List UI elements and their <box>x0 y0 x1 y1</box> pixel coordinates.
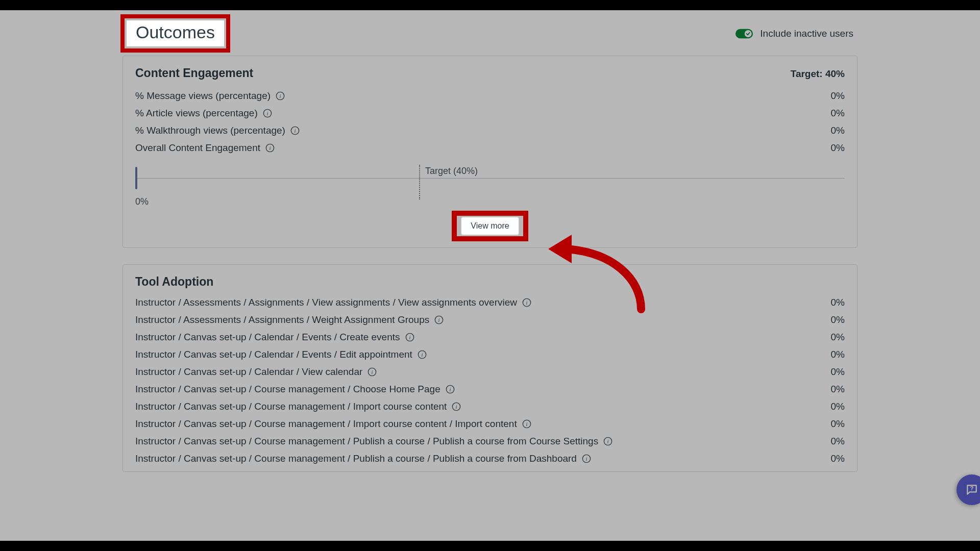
svg-text:i: i <box>270 145 271 151</box>
include-inactive-label: Include inactive users <box>760 28 853 39</box>
progress-zero-label: 0% <box>135 196 149 207</box>
tool-adoption-title: Tool Adoption <box>135 275 213 289</box>
info-icon[interactable]: i <box>452 402 461 411</box>
metric-value: 0% <box>831 453 845 464</box>
toggle-on-icon <box>736 29 753 39</box>
metric-row: Instructor / Assessments / Assignments /… <box>135 311 845 329</box>
svg-text:i: i <box>372 369 373 375</box>
metric-row: Overall Content Engagementi0% <box>135 139 845 157</box>
page-title: Outcomes <box>127 20 224 46</box>
svg-text:i: i <box>449 386 451 392</box>
svg-text:i: i <box>280 93 281 99</box>
svg-text:i: i <box>526 421 527 427</box>
content-engagement-target: Target: 40% <box>791 68 845 80</box>
metric-value: 0% <box>831 297 845 308</box>
metric-row: % Walkthrough views (percentage)i0% <box>135 122 845 139</box>
metric-label: Instructor / Canvas set-up / Course mana… <box>135 453 591 464</box>
page-title-highlight: Outcomes <box>127 20 224 46</box>
metric-value: 0% <box>831 314 845 325</box>
view-more-button[interactable]: View more <box>461 217 519 235</box>
metric-value: 0% <box>831 418 845 430</box>
metric-label: Instructor / Canvas set-up / Course mana… <box>135 384 455 395</box>
metric-label: % Walkthrough views (percentage)i <box>135 125 300 136</box>
metric-row: Instructor / Canvas set-up / Course mana… <box>135 415 845 433</box>
svg-text:i: i <box>266 110 268 116</box>
info-icon[interactable]: i <box>265 143 275 153</box>
progress-target-label: Target (40%) <box>425 166 478 177</box>
svg-text:i: i <box>585 456 587 462</box>
metric-label: Instructor / Canvas set-up / Calendar / … <box>135 349 427 360</box>
svg-text:i: i <box>409 334 410 340</box>
svg-text:i: i <box>607 438 609 444</box>
metric-value: 0% <box>831 142 845 154</box>
metric-row: Instructor / Canvas set-up / Course mana… <box>135 433 845 450</box>
include-inactive-toggle[interactable]: Include inactive users <box>736 28 853 39</box>
metric-value: 0% <box>831 436 845 447</box>
metric-label: Instructor / Canvas set-up / Calendar / … <box>135 366 377 378</box>
metric-label: % Article views (percentage)i <box>135 108 272 119</box>
info-icon[interactable]: i <box>405 333 414 342</box>
metric-value: 0% <box>831 108 845 119</box>
metric-row: Instructor / Assessments / Assignments /… <box>135 294 845 311</box>
svg-text:i: i <box>438 317 440 323</box>
metric-row: % Article views (percentage)i0% <box>135 105 845 122</box>
tool-adoption-card: Tool Adoption Instructor / Assessments /… <box>122 264 857 472</box>
letterbox-top <box>0 0 980 10</box>
metric-value: 0% <box>831 384 845 395</box>
info-icon[interactable]: i <box>290 126 300 135</box>
svg-text:i: i <box>421 352 423 358</box>
metric-value: 0% <box>831 332 845 343</box>
metric-row: Instructor / Canvas set-up / Course mana… <box>135 450 845 467</box>
info-icon[interactable]: i <box>446 385 455 394</box>
svg-text:i: i <box>294 128 296 134</box>
page-content: Outcomes Include inactive users Content … <box>0 10 980 541</box>
info-icon[interactable]: i <box>522 298 531 307</box>
content-engagement-progress: Target (40%) 0% <box>135 164 845 192</box>
svg-text:?: ? <box>970 485 974 491</box>
page-header: Outcomes Include inactive users <box>122 20 857 46</box>
metric-value: 0% <box>831 366 845 378</box>
info-icon[interactable]: i <box>603 437 612 446</box>
info-icon[interactable]: i <box>582 454 591 463</box>
metric-label: Instructor / Canvas set-up / Course mana… <box>135 401 461 412</box>
metric-label: Instructor / Assessments / Assignments /… <box>135 297 531 308</box>
chat-help-icon: ? <box>965 483 978 496</box>
svg-text:i: i <box>526 299 528 306</box>
progress-current-marker <box>135 167 137 189</box>
metric-row: % Message views (percentage)i0% <box>135 87 845 105</box>
metric-row: Instructor / Canvas set-up / Course mana… <box>135 398 845 415</box>
info-icon[interactable]: i <box>522 419 531 429</box>
metric-label: Overall Content Engagementi <box>135 142 275 154</box>
metric-value: 0% <box>831 90 845 102</box>
metric-label: Instructor / Canvas set-up / Calendar / … <box>135 332 414 343</box>
metric-label: Instructor / Canvas set-up / Course mana… <box>135 436 612 447</box>
progress-target-line <box>419 165 420 199</box>
info-icon[interactable]: i <box>263 109 272 118</box>
content-engagement-title: Content Engagement <box>135 66 253 80</box>
metric-label: Instructor / Canvas set-up / Course mana… <box>135 418 531 430</box>
info-icon[interactable]: i <box>368 367 377 377</box>
view-more-highlight: View more <box>461 217 519 235</box>
content-engagement-card: Content Engagement Target: 40% % Message… <box>122 56 857 248</box>
metric-value: 0% <box>831 125 845 136</box>
svg-text:i: i <box>456 404 457 410</box>
progress-track <box>135 178 845 179</box>
metric-row: Instructor / Canvas set-up / Course mana… <box>135 381 845 398</box>
info-icon[interactable]: i <box>434 315 444 324</box>
letterbox-bottom <box>0 541 980 551</box>
metric-label: Instructor / Assessments / Assignments /… <box>135 314 444 325</box>
metric-value: 0% <box>831 401 845 412</box>
info-icon[interactable]: i <box>276 91 285 101</box>
info-icon[interactable]: i <box>418 350 427 359</box>
metric-value: 0% <box>831 349 845 360</box>
metric-row: Instructor / Canvas set-up / Calendar / … <box>135 329 845 346</box>
metric-row: Instructor / Canvas set-up / Calendar / … <box>135 346 845 363</box>
metric-row: Instructor / Canvas set-up / Calendar / … <box>135 363 845 381</box>
metric-label: % Message views (percentage)i <box>135 90 285 102</box>
